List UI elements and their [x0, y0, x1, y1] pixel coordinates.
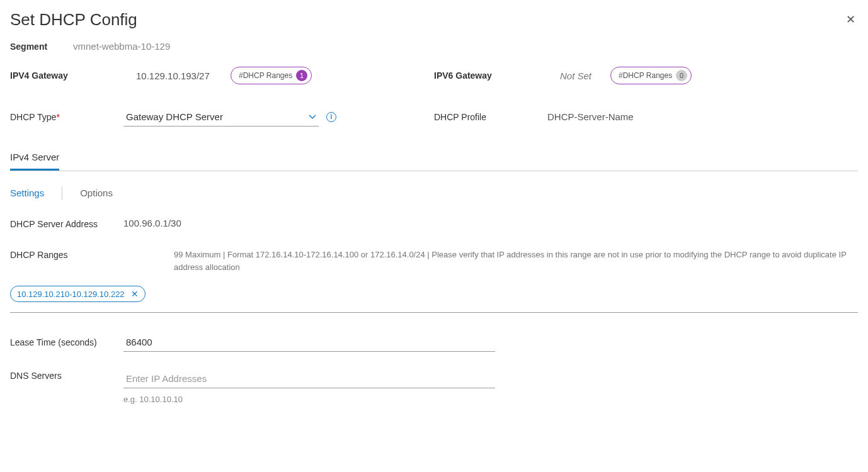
dhcp-type-label-text: DHCP Type [10, 112, 56, 122]
required-asterisk: * [56, 112, 59, 122]
dhcp-type-select[interactable]: Gateway DHCP Server [123, 107, 319, 126]
segment-value: vmnet-webbma-10-129 [73, 41, 170, 52]
dhcp-ranges-label: DHCP Ranges [10, 249, 123, 262]
dhcp-server-address-value: 100.96.0.1/30 [123, 218, 181, 228]
page-title: Set DHCP Config [10, 10, 137, 30]
chevron-down-icon [309, 111, 316, 122]
ipv4-ranges-badge-label: #DHCP Ranges [239, 71, 292, 80]
ipv6-ranges-badge-label: #DHCP Ranges [619, 71, 672, 80]
close-icon[interactable]: ✕ [843, 10, 858, 29]
range-tag-remove-icon[interactable]: ✕ [131, 289, 139, 299]
ipv6-dhcp-ranges-badge[interactable]: #DHCP Ranges 0 [610, 67, 692, 84]
dhcp-profile-value: DHCP-Server-Name [547, 111, 634, 122]
ipv6-gateway-label: IPV6 Gateway [434, 70, 560, 81]
info-icon[interactable]: i [326, 112, 336, 122]
range-tag: 10.129.10.210-10.129.10.222 ✕ [10, 286, 146, 302]
subtab-settings[interactable]: Settings [10, 186, 44, 200]
ipv4-gateway-value: 10.129.10.193/27 [136, 70, 231, 81]
ipv6-gateway-value: Not Set [560, 70, 610, 81]
ipv6-ranges-count: 0 [676, 70, 687, 81]
ipv4-gateway-label: IPV4 Gateway [10, 70, 136, 81]
ipv4-ranges-count: 1 [296, 70, 307, 81]
main-tabs: IPv4 Server [10, 145, 858, 171]
dhcp-profile-label: DHCP Profile [434, 112, 547, 122]
lease-time-label: Lease Time (seconds) [10, 336, 123, 349]
ipv4-dhcp-ranges-badge[interactable]: #DHCP Ranges 1 [231, 67, 312, 84]
segment-label: Segment [10, 42, 73, 52]
dhcp-ranges-hint: 99 Maximum | Format 172.16.14.10-172.16.… [174, 249, 858, 273]
subtab-options[interactable]: Options [80, 186, 113, 200]
dns-servers-input[interactable] [123, 369, 495, 388]
dhcp-server-address-label: DHCP Server Address [10, 218, 123, 231]
sub-tabs: Settings Options [10, 186, 858, 200]
dns-servers-hint: e.g. 10.10.10.10 [123, 395, 495, 404]
lease-time-input[interactable] [123, 333, 495, 352]
dhcp-ranges-input-row[interactable]: 10.129.10.210-10.129.10.222 ✕ [10, 286, 858, 313]
dhcp-type-value: Gateway DHCP Server [126, 111, 223, 122]
tab-ipv4-server[interactable]: IPv4 Server [10, 145, 59, 171]
range-tag-text: 10.129.10.210-10.129.10.222 [17, 289, 125, 299]
dhcp-type-label: DHCP Type* [10, 112, 123, 122]
dns-servers-label: DNS Servers [10, 369, 123, 383]
subtab-divider [62, 186, 62, 200]
